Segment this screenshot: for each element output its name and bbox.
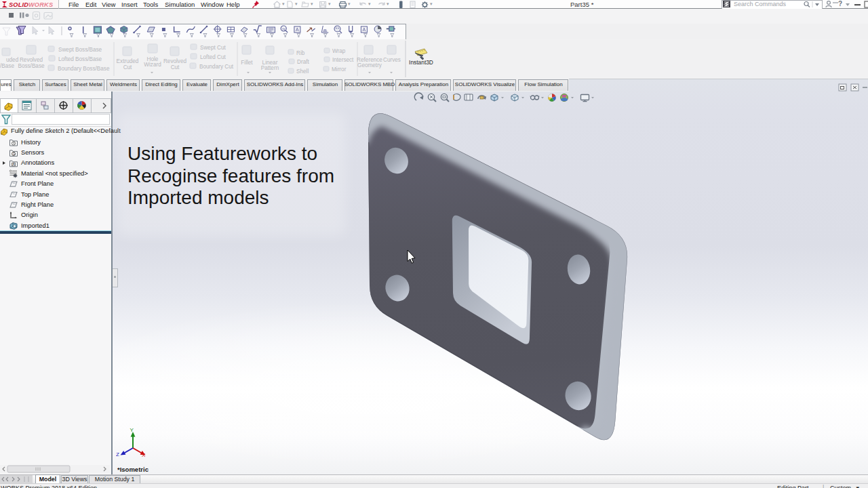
svg-text:Y: Y: [130, 427, 134, 433]
svg-text:Z: Z: [116, 451, 119, 458]
svg-text:X: X: [142, 452, 146, 458]
